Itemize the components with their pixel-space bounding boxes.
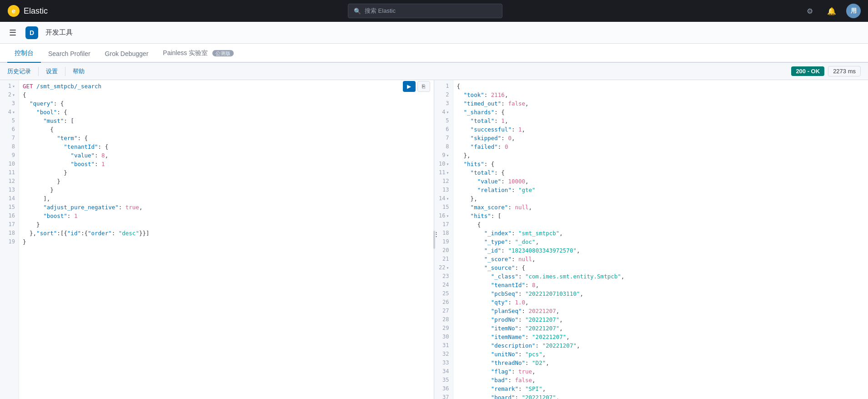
response-line-number-26: 26	[434, 298, 453, 307]
response-line-number-6: 6	[434, 125, 453, 134]
status-code-badge: 200 - OK	[791, 66, 824, 76]
editor-line-3: "query": {	[23, 99, 430, 108]
response-line-number-8: 8	[434, 142, 453, 151]
editor-line-12: }	[23, 177, 430, 186]
response-line-number-33: 33	[434, 359, 453, 367]
response-line-15: "max_score": null,	[457, 203, 865, 212]
editor-line-5: "must": [	[23, 116, 430, 125]
avatar[interactable]: 用	[846, 4, 861, 18]
tab-grok-debugger[interactable]: Grok Debugger	[98, 45, 156, 63]
response-line-number-30: 30	[434, 333, 453, 341]
response-pane: 1234▾56789▾10▾11▾121314▾1516▾17181920212…	[434, 80, 868, 399]
help-button[interactable]: 帮助	[73, 66, 85, 77]
response-line-number-14: 14▾	[434, 194, 453, 203]
editor-line-13: }	[23, 186, 430, 194]
editor-line-number-1: 1▾	[0, 82, 19, 91]
tab-painless-lab[interactable]: Painless 实验室 公测版	[156, 45, 241, 63]
help-icon-btn[interactable]: ⚙	[803, 4, 817, 18]
notifications-icon-btn[interactable]: 🔔	[824, 4, 839, 18]
editor-line-number-14: 14	[0, 194, 19, 203]
response-line-6: "successful": 1,	[457, 125, 865, 134]
response-line-number-16: 16▾	[434, 212, 453, 220]
logo-text: Elastic	[24, 6, 48, 16]
response-line-number-2: 2	[434, 91, 453, 99]
response-line-number-9: 9▾	[434, 151, 453, 160]
toolbar-separator	[38, 67, 39, 76]
response-line-number-13: 13	[434, 186, 453, 194]
secondary-nav: ☰ D 开发工具	[0, 22, 868, 44]
editor-line-15: "adjust_pure_negative": true,	[23, 203, 430, 212]
response-line-35: "bad": false,	[457, 376, 865, 384]
editor-line-number-13: 13	[0, 186, 19, 194]
main-area: ▶ ⎘ 1▾2▾34▾5678910111213141516171819 GET…	[0, 80, 868, 399]
response-line-21: "_score": null,	[457, 255, 865, 263]
tab-console[interactable]: 控制台	[7, 45, 41, 63]
response-line-number-23: 23	[434, 272, 453, 281]
response-line-number-1: 1	[434, 82, 453, 91]
editor-line-10: "boost": 1	[23, 160, 430, 168]
response-line-4: "_shards": {	[457, 108, 865, 116]
response-line-7: "skipped": 0,	[457, 134, 865, 142]
response-code-content[interactable]: { "took": 2116, "timed_out": false, "_sh…	[453, 80, 868, 399]
global-search[interactable]: 🔍 搜索 Elastic	[348, 4, 502, 18]
app-name: 开发工具	[45, 28, 73, 37]
editor-line-18: },"sort":[{"id":{"order": "desc"}}]	[23, 229, 430, 237]
response-line-number-22: 22▾	[434, 263, 453, 272]
tab-bar: 控制台 Search Profiler Grok Debugger Painle…	[0, 44, 868, 63]
response-line-number-10: 10▾	[434, 160, 453, 168]
editor-line-16: "boost": 1	[23, 212, 430, 220]
response-line-number-28: 28	[434, 315, 453, 324]
editor-line-number-3: 3	[0, 99, 19, 108]
response-line-number-4: 4▾	[434, 108, 453, 116]
editor-line-number-15: 15	[0, 203, 19, 212]
pane-divider[interactable]: ⋮	[432, 80, 436, 399]
editor-line-numbers: 1▾2▾34▾5678910111213141516171819	[0, 80, 19, 399]
response-line-36: "remark": "SPI",	[457, 384, 865, 393]
response-line-9: },	[457, 151, 865, 160]
editor-line-11: }	[23, 168, 430, 177]
editor-line-number-11: 11	[0, 168, 19, 177]
response-line-number-15: 15	[434, 203, 453, 212]
history-button[interactable]: 历史记录	[7, 66, 31, 77]
response-code-area[interactable]: 1234▾56789▾10▾11▾121314▾1516▾17181920212…	[434, 80, 868, 399]
editor-line-6: {	[23, 125, 430, 134]
response-line-34: "flag": true,	[457, 367, 865, 376]
copy-button[interactable]: ⎘	[417, 81, 430, 92]
response-line-8: "failed": 0	[457, 142, 865, 151]
response-line-27: "planSeq": 20221207,	[457, 307, 865, 315]
editor-code-area[interactable]: 1▾2▾34▾5678910111213141516171819 GET /sm…	[0, 80, 434, 399]
svg-text:e: e	[12, 7, 15, 15]
editor-line-2: {	[23, 91, 430, 99]
editor-line-number-6: 6	[0, 125, 19, 134]
logo[interactable]: e Elastic	[7, 5, 48, 17]
editor-line-number-16: 16	[0, 212, 19, 220]
response-line-31: "description": "20221207",	[457, 341, 865, 350]
response-line-26: "qty": 1.0,	[457, 298, 865, 307]
editor-line-number-17: 17	[0, 220, 19, 229]
tab-search-profiler[interactable]: Search Profiler	[41, 45, 98, 63]
response-line-22: "_source": {	[457, 263, 865, 272]
editor-line-number-4: 4▾	[0, 108, 19, 116]
toolbar: 历史记录 设置 帮助 200 - OK 2273 ms	[0, 63, 868, 80]
editor-code-content[interactable]: GET /smt_smtpcb/_search{ "query": { "boo…	[19, 80, 434, 399]
run-button[interactable]: ▶	[403, 81, 416, 92]
hamburger-button[interactable]: ☰	[7, 26, 18, 40]
response-line-number-20: 20	[434, 246, 453, 255]
response-line-33: "threadNo": "D2",	[457, 359, 865, 367]
response-line-1: {	[457, 82, 865, 91]
editor-line-17: }	[23, 220, 430, 229]
timing-badge: 2273 ms	[828, 66, 861, 76]
beta-badge: 公测版	[212, 50, 234, 56]
top-bar: e Elastic 🔍 搜索 Elastic ⚙ 🔔 用	[0, 0, 868, 22]
editor-line-9: "value": 8,	[23, 151, 430, 160]
editor-line-number-10: 10	[0, 160, 19, 168]
settings-button[interactable]: 设置	[46, 66, 58, 77]
response-line-number-29: 29	[434, 324, 453, 333]
editor-line-8: "tenantId": {	[23, 142, 430, 151]
response-line-numbers: 1234▾56789▾10▾11▾121314▾1516▾17181920212…	[434, 80, 453, 399]
top-bar-icons: ⚙ 🔔 用	[803, 4, 861, 18]
response-line-11: "total": {	[457, 168, 865, 177]
response-line-number-11: 11▾	[434, 168, 453, 177]
editor-line-number-2: 2▾	[0, 91, 19, 99]
editor-line-number-18: 18	[0, 229, 19, 237]
